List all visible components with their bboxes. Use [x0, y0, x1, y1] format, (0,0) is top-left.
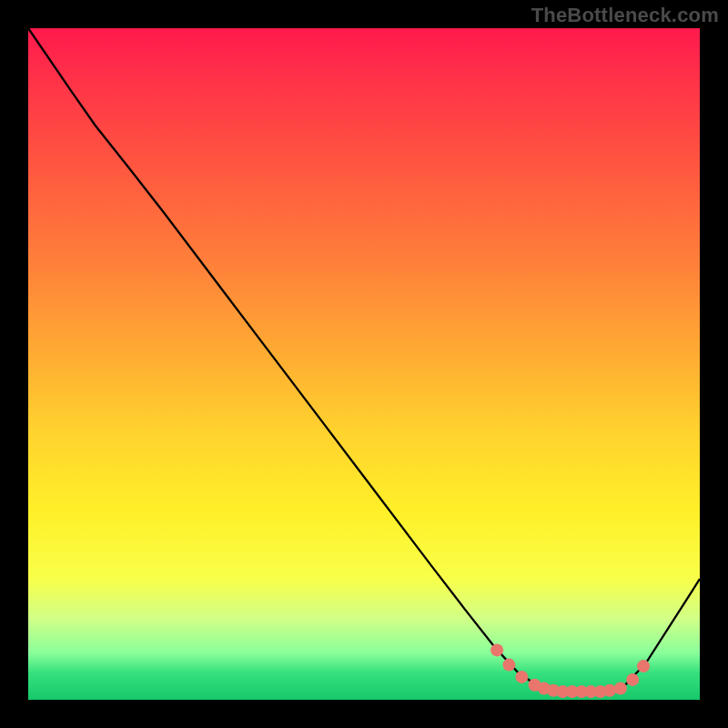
watermark-text: TheBottleneck.com — [531, 4, 719, 27]
highlight-dot — [502, 659, 515, 672]
bottleneck-curve — [28, 28, 700, 692]
highlight-dot — [614, 682, 627, 695]
curve-layer — [28, 28, 700, 700]
chart-frame: TheBottleneck.com — [0, 0, 728, 728]
highlight-dot — [603, 684, 616, 697]
highlight-dot — [515, 671, 528, 683]
highlight-dot — [626, 673, 639, 686]
highlight-dots — [490, 643, 650, 698]
highlight-dot — [490, 643, 503, 656]
plot-area — [28, 28, 700, 700]
highlight-dot — [637, 660, 650, 672]
